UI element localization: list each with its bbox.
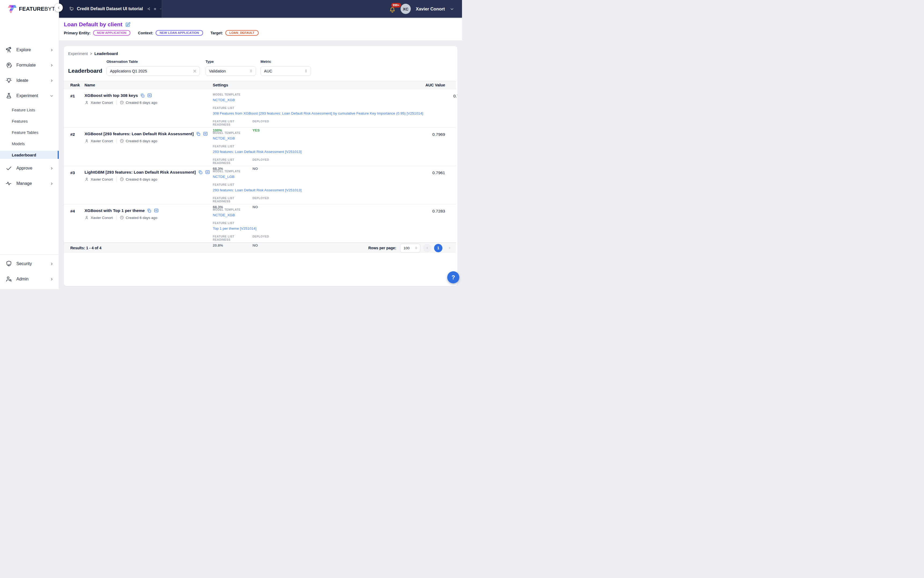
- select-updown-icon: [249, 69, 253, 73]
- sidebar-item-label: Security: [16, 261, 46, 266]
- readiness-label: FEATURE LIST READINESS: [213, 120, 253, 126]
- sidebar-item-leaderboard[interactable]: Leaderboard: [0, 151, 59, 159]
- avatar[interactable]: XC: [400, 4, 411, 14]
- share-icon[interactable]: [147, 6, 150, 11]
- leaderboard-heading: Leaderboard: [68, 68, 102, 74]
- sidebar-item-security[interactable]: Security: [0, 258, 59, 269]
- sidebar-item-feature-tables[interactable]: Feature Tables: [0, 128, 59, 136]
- model-template-label: MODEL TEMPLATE: [213, 208, 402, 211]
- readiness-label: FEATURE LIST READINESS: [213, 196, 253, 203]
- name-cell: XGBoost with top 308 keys ID Xavier Cono…: [84, 93, 213, 132]
- edit-pencil-icon[interactable]: [125, 22, 131, 28]
- sidebar-item-admin[interactable]: Admin: [0, 274, 59, 284]
- copy-icon[interactable]: [196, 132, 201, 136]
- metric-select[interactable]: AUC: [261, 66, 311, 76]
- project-selector[interactable]: Credit Default Dataset UI tutorial: [59, 0, 162, 18]
- feature-list-link[interactable]: 293 features: Loan Default Risk Assessme…: [213, 150, 402, 154]
- sidebar-item-models[interactable]: Models: [0, 140, 59, 148]
- row-created: Created 6 days ago: [126, 177, 157, 182]
- next-page-button[interactable]: [445, 244, 454, 252]
- meta-divider: [116, 101, 117, 105]
- sidebar-item-features[interactable]: Features: [0, 117, 59, 125]
- sidebar-item-manage[interactable]: Manage: [0, 178, 59, 189]
- row-meta: Xavier Conort Created 6 days ago: [84, 216, 213, 220]
- sidebar-item-experiment[interactable]: Experiment: [0, 91, 59, 101]
- context-badge[interactable]: NEW LOAN APPLICATION: [156, 30, 203, 36]
- type-select[interactable]: Validation: [206, 66, 256, 76]
- type-value: Validation: [209, 69, 226, 73]
- breadcrumb-parent[interactable]: Experiment: [68, 52, 88, 56]
- clear-icon[interactable]: [193, 69, 197, 73]
- sidebar-collapse-button[interactable]: [55, 3, 63, 12]
- sidebar-item-label: Admin: [16, 277, 46, 281]
- chevron-right-icon: [50, 182, 53, 185]
- experiment-name-link[interactable]: XGBoost [293 features: Loan Default Risk…: [84, 132, 194, 136]
- monitor-check-icon: [70, 5, 73, 13]
- id-icon[interactable]: ID: [147, 93, 152, 98]
- id-icon[interactable]: ID: [205, 170, 210, 175]
- previous-page-button[interactable]: [423, 244, 431, 252]
- chevron-down-icon[interactable]: [160, 7, 162, 11]
- meta-divider: [116, 139, 117, 143]
- sidebar-item-explore[interactable]: Explore: [0, 45, 59, 55]
- type-label: Type: [206, 60, 256, 63]
- sidebar-item-label: Formulate: [16, 63, 46, 68]
- context-label: Context:: [138, 31, 153, 35]
- sidebar-item-label: Manage: [16, 181, 46, 186]
- name-cell: LightGBM [293 features: Loan Default Ris…: [84, 170, 213, 209]
- user-icon: [84, 216, 89, 220]
- experiment-name-link[interactable]: XGBoost with Top 1 per theme: [84, 208, 144, 213]
- experiment-name-link[interactable]: LightGBM [293 features: Loan Default Ris…: [84, 170, 196, 175]
- notifications-button[interactable]: 999+: [389, 5, 397, 13]
- context-group: Context: NEW LOAN APPLICATION: [138, 30, 203, 36]
- type-filter: Type Validation: [206, 60, 256, 76]
- chevron-right-icon: [448, 246, 451, 250]
- deployed-label: DEPLOYED: [253, 235, 402, 241]
- chevron-right-icon: [50, 48, 53, 52]
- deployed-label: DEPLOYED: [253, 158, 402, 164]
- experiment-name-link[interactable]: XGBoost with top 308 keys: [84, 93, 138, 98]
- copy-icon[interactable]: [140, 93, 145, 98]
- feature-list-link[interactable]: Top 1 per theme [V251014]: [213, 226, 402, 231]
- chevron-down-icon: [50, 94, 53, 98]
- metric-filter: Metric AUC: [261, 60, 311, 76]
- sidebar-item-label: Experiment: [16, 93, 46, 98]
- readiness-label: FEATURE LIST READINESS: [213, 158, 253, 164]
- sidebar-item-approve[interactable]: Approve: [0, 163, 59, 174]
- feature-list-link[interactable]: 308 Features from XGBoost [293 features:…: [213, 111, 423, 115]
- rank-cell: #4: [70, 208, 84, 247]
- model-template-link[interactable]: NCTDE_XGB: [213, 213, 402, 217]
- rows-per-page-select[interactable]: 100: [400, 244, 420, 253]
- primary-entity-badge[interactable]: NEW APPLICATION: [93, 30, 131, 36]
- page-1-button[interactable]: 1: [434, 244, 443, 252]
- id-icon[interactable]: ID: [154, 208, 159, 213]
- model-template-link[interactable]: NCTDE_LGB: [213, 175, 402, 179]
- help-button[interactable]: ?: [447, 271, 459, 283]
- sidebar-item-ideate[interactable]: Ideate: [0, 75, 59, 86]
- id-icon[interactable]: ID: [203, 131, 208, 136]
- notification-count-badge: 999+: [391, 3, 401, 8]
- copy-icon[interactable]: [147, 208, 152, 213]
- leaderboard-table: Rank Name Settings AUC Value #1 XGBoost …: [64, 81, 456, 253]
- chevron-left-icon: [426, 246, 429, 250]
- svg-text:ID: ID: [206, 171, 209, 173]
- column-header-rank: Rank: [70, 83, 84, 87]
- svg-text:ID: ID: [204, 133, 207, 135]
- entity-pills-row: Primary Entity: NEW APPLICATION Context:…: [64, 30, 462, 36]
- column-header-auc: AUC Value: [402, 83, 445, 87]
- chevron-down-icon[interactable]: [450, 7, 454, 11]
- sidebar-item-formulate[interactable]: Formulate: [0, 60, 59, 71]
- chevron-right-icon: [50, 63, 53, 67]
- copy-icon[interactable]: [198, 170, 203, 175]
- target-badge[interactable]: LOAN_DEFAULT: [225, 30, 259, 36]
- meta-divider: [116, 216, 117, 220]
- sidebar-item-feature-lists[interactable]: Feature Lists: [0, 106, 59, 114]
- auc-value-cell: 0.7283: [402, 208, 445, 247]
- observation-table-input[interactable]: [110, 69, 193, 73]
- model-template-link[interactable]: NCTDE_XGB: [213, 98, 423, 102]
- model-template-link[interactable]: NCTDE_XGB: [213, 136, 402, 140]
- settings-gear-icon[interactable]: [154, 6, 157, 12]
- rows-per-page-value: 100: [404, 246, 410, 250]
- user-icon: [84, 139, 89, 143]
- feature-list-link[interactable]: 293 features: Loan Default Risk Assessme…: [213, 188, 402, 192]
